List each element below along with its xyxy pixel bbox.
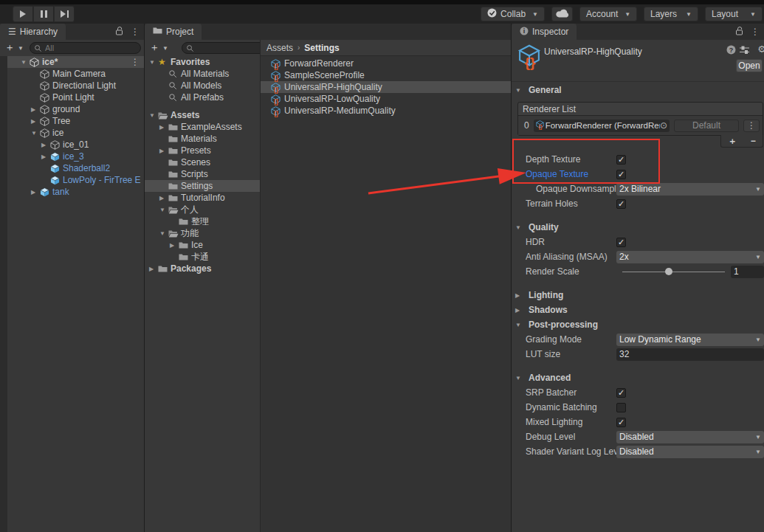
- hierarchy-item-tank[interactable]: ▶tank: [7, 186, 144, 198]
- tab-inspector[interactable]: i Inspector: [512, 24, 577, 40]
- account-dropdown[interactable]: Account▼: [579, 7, 637, 21]
- text-field[interactable]: 32: [616, 348, 764, 361]
- hierarchy-search-input[interactable]: [30, 42, 141, 54]
- hierarchy-item-ice-01[interactable]: ▶ice_01: [7, 139, 144, 151]
- project-item-materials[interactable]: Materials: [145, 133, 260, 145]
- project-item-assets[interactable]: ▼Assets: [145, 109, 260, 121]
- project-item-packages[interactable]: ▶Packages: [145, 263, 260, 274]
- foldout-collapsed-icon[interactable]: ▶: [170, 242, 179, 249]
- foldout-expanded-icon[interactable]: ▼: [31, 130, 40, 137]
- foldout-collapsed-icon[interactable]: ▶: [31, 118, 40, 125]
- foldout-expanded-icon[interactable]: ▼: [149, 112, 158, 119]
- checkbox[interactable]: ✓: [616, 238, 626, 247]
- section-shadows[interactable]: ▶Shadows: [512, 303, 764, 317]
- project-item-exampleassets[interactable]: ▶ExampleAssets: [145, 121, 260, 133]
- asset-item-universalrp-mediumquality[interactable]: {}UniversalRP-MediumQuality: [261, 105, 511, 117]
- section-quality[interactable]: ▼Quality: [512, 220, 764, 235]
- remove-element-button[interactable]: −: [751, 136, 756, 146]
- kebab-menu-icon[interactable]: ⋮: [131, 57, 140, 67]
- breadcrumb-settings[interactable]: Settings: [304, 43, 339, 53]
- collab-button[interactable]: Collab ▼: [481, 7, 545, 21]
- project-item-all-models[interactable]: All Models: [145, 80, 260, 91]
- slider[interactable]: [616, 266, 725, 278]
- project-item-scripts[interactable]: Scripts: [145, 168, 260, 180]
- checkbox[interactable]: ✓: [616, 388, 626, 398]
- project-item-ice[interactable]: ▶Ice: [145, 239, 260, 251]
- property-label[interactable]: Opaque Texture: [526, 169, 616, 179]
- foldout-collapsed-icon[interactable]: ▶: [159, 148, 168, 154]
- hierarchy-item-point-light[interactable]: Point Light: [7, 91, 144, 103]
- dropdown[interactable]: 2x▼: [616, 251, 764, 263]
- add-button[interactable]: ＋▼: [149, 41, 168, 55]
- asset-item-samplesceneprofile[interactable]: {}SampleSceneProfile: [261, 69, 511, 81]
- layout-dropdown[interactable]: Layout▼: [705, 7, 763, 21]
- default-button[interactable]: Default: [674, 120, 739, 132]
- hierarchy-item-directional-light[interactable]: Directional Light: [7, 80, 144, 91]
- asset-item-universalrp-highquality[interactable]: {}UniversalRP-HighQuality: [261, 81, 511, 93]
- foldout-collapsed-icon[interactable]: ▶: [41, 142, 50, 148]
- project-item-[interactable]: 卡通: [145, 251, 260, 263]
- tab-hierarchy[interactable]: ☰ Hierarchy: [0, 24, 66, 40]
- project-item-[interactable]: ▼个人: [145, 204, 260, 215]
- project-item-scenes[interactable]: Scenes: [145, 156, 260, 168]
- lock-icon[interactable]: [736, 27, 743, 38]
- slider-handle[interactable]: [665, 268, 672, 275]
- presets-icon[interactable]: [740, 45, 749, 57]
- hierarchy-item-ground[interactable]: ▶ground: [7, 103, 144, 115]
- section-lighting[interactable]: ▶Lighting: [512, 288, 764, 303]
- section-post-processing[interactable]: ▼Post-processing: [512, 317, 764, 332]
- scene-header[interactable]: ▼ ice* ⋮: [7, 56, 144, 68]
- add-button[interactable]: ＋▼: [4, 41, 24, 55]
- dropdown[interactable]: Low Dynamic Range▼: [616, 334, 764, 346]
- dropdown[interactable]: Disabled▼: [616, 446, 764, 458]
- foldout-collapsed-icon[interactable]: ▶: [159, 124, 168, 131]
- hierarchy-item-shaderball2[interactable]: Shaderball2: [7, 162, 144, 174]
- project-item-[interactable]: ▼功能: [145, 227, 260, 239]
- open-button[interactable]: Open: [736, 59, 763, 72]
- hierarchy-item-ice[interactable]: ▼ice: [7, 127, 144, 139]
- lock-icon[interactable]: [116, 27, 123, 38]
- gear-icon[interactable]: ⚙: [757, 44, 764, 55]
- object-picker-icon[interactable]: ⊙: [660, 120, 667, 131]
- project-item-all-prefabs[interactable]: All Prefabs: [145, 91, 260, 103]
- foldout-expanded-icon[interactable]: ▼: [149, 59, 158, 66]
- section-general[interactable]: ▼General: [512, 83, 764, 97]
- project-item-tutorialinfo[interactable]: ▶TutorialInfo: [145, 192, 260, 204]
- hierarchy-item-ice-3[interactable]: ▶ice_3: [7, 151, 144, 162]
- project-item-[interactable]: 整理: [145, 215, 260, 227]
- foldout-expanded-icon[interactable]: ▼: [159, 230, 168, 237]
- checkbox[interactable]: ✓: [616, 418, 626, 427]
- project-item-presets[interactable]: ▶Presets: [145, 145, 260, 156]
- kebab-menu-icon[interactable]: ⋮: [131, 27, 140, 37]
- kebab-menu-icon[interactable]: ⋮: [743, 120, 760, 132]
- kebab-menu-icon[interactable]: ⋮: [751, 27, 760, 37]
- cloud-button[interactable]: [551, 7, 573, 21]
- project-item-favorites[interactable]: ▼★Favorites: [145, 56, 260, 68]
- foldout-collapsed-icon[interactable]: ▶: [31, 189, 40, 196]
- foldout-collapsed-icon[interactable]: ▶: [149, 266, 158, 272]
- step-button[interactable]: [54, 6, 75, 22]
- project-item-all-materials[interactable]: All Materials: [145, 68, 260, 80]
- slider-value-field[interactable]: 1: [731, 266, 764, 278]
- renderer-object-field[interactable]: {}ForwardRenderer (ForwardRendererData)⊙: [534, 120, 670, 132]
- foldout-collapsed-icon[interactable]: ▶: [41, 153, 50, 160]
- checkbox[interactable]: [616, 403, 626, 412]
- layers-dropdown[interactable]: Layers▼: [644, 7, 698, 21]
- hierarchy-item-tree[interactable]: ▶Tree: [7, 115, 144, 127]
- checkbox[interactable]: ✓: [616, 199, 626, 209]
- tab-project[interactable]: Project: [145, 24, 202, 40]
- checkbox[interactable]: ✓: [616, 170, 626, 179]
- add-element-button[interactable]: ＋: [728, 135, 737, 148]
- foldout-collapsed-icon[interactable]: ▶: [159, 195, 168, 201]
- foldout-expanded-icon[interactable]: ▼: [159, 207, 168, 213]
- play-button[interactable]: [13, 6, 33, 22]
- dropdown[interactable]: 2x Bilinear▼: [616, 183, 764, 196]
- hierarchy-item-lowpoly-firtree-e[interactable]: LowPoly - FirTree E: [7, 174, 144, 186]
- pause-button[interactable]: [33, 6, 54, 22]
- hierarchy-item-main-camera[interactable]: Main Camera: [7, 68, 144, 80]
- asset-item-universalrp-lowquality[interactable]: {}UniversalRP-LowQuality: [261, 93, 511, 105]
- dropdown[interactable]: Disabled▼: [616, 431, 764, 443]
- help-icon[interactable]: ?: [726, 45, 736, 57]
- section-advanced[interactable]: ▼Advanced: [512, 370, 764, 385]
- asset-item-forwardrenderer[interactable]: {}ForwardRenderer: [261, 58, 511, 69]
